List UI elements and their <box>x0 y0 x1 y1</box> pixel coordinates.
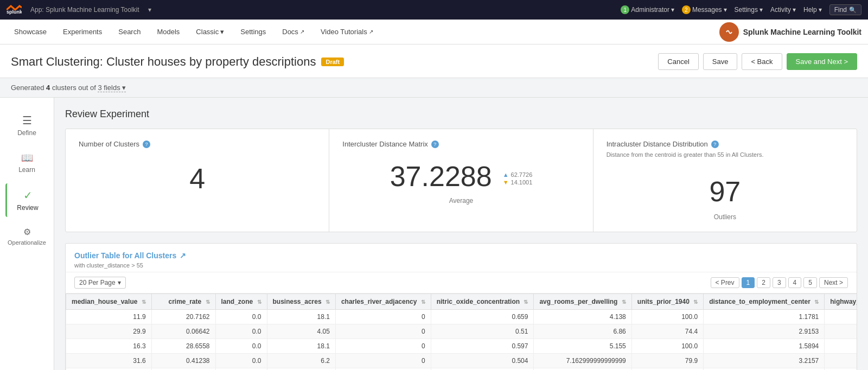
intercluster-info-icon[interactable]: ? <box>431 141 439 148</box>
settings-chevron: ▾ <box>760 6 763 14</box>
help-label: Help <box>803 6 817 14</box>
nav-docs[interactable]: Docs ↗ <box>275 23 312 40</box>
back-button[interactable]: < Back <box>742 53 782 70</box>
table-cell: 0 <box>335 324 431 339</box>
sidebar: ☰ Define 📖 Learn ✓ Review ⚙ Operationali… <box>0 98 54 370</box>
col-median-house-value[interactable]: median_house_value ⇅ <box>66 294 152 310</box>
clusters-info-icon[interactable]: ? <box>143 141 150 148</box>
svg-text:splunk: splunk <box>7 9 22 15</box>
table-cell: 3.2157 <box>704 354 825 368</box>
table-cell: 7.162999999999999 <box>534 354 631 368</box>
outlier-external-icon[interactable]: ↗ <box>180 251 186 260</box>
messages-menu[interactable]: 2 Messages ▾ <box>682 5 727 14</box>
help-chevron: ▾ <box>819 6 822 14</box>
table-cell: 74.4 <box>631 324 703 339</box>
table-cell: 0.597 <box>431 339 534 354</box>
nav-settings[interactable]: Settings <box>233 23 273 40</box>
nav-video-tutorials[interactable]: Video Tutorials ↗ <box>313 23 381 40</box>
sidebar-item-define[interactable]: ☰ Define <box>5 109 49 142</box>
help-menu[interactable]: Help ▾ <box>803 6 822 14</box>
outlier-table: median_house_value ⇅ crime_rate ⇅ land_z… <box>66 294 857 370</box>
intracluster-info-icon[interactable]: ? <box>711 141 719 148</box>
save-next-button[interactable]: Save and Next > <box>787 53 857 70</box>
messages-badge: 2 <box>682 5 691 14</box>
sec-nav-right: Splunk Machine Learning Toolkit <box>719 22 861 42</box>
col-avg-rooms[interactable]: avg_rooms_per_dwelling ⇅ <box>534 294 631 310</box>
table-cell: 11.9 <box>66 310 152 324</box>
splunk-logo[interactable]: splunk <box>7 5 22 15</box>
cancel-button[interactable]: Cancel <box>658 53 698 70</box>
nav-models[interactable]: Models <box>149 23 187 40</box>
next-page-button[interactable]: Next > <box>819 277 848 288</box>
page-2-button[interactable]: 2 <box>757 277 770 288</box>
find-input-wrapper[interactable]: Find 🔍 <box>829 4 861 15</box>
settings-menu[interactable]: Settings ▾ <box>735 6 763 14</box>
page-5-button[interactable]: 5 <box>803 277 817 288</box>
table-cell: 18.1 <box>267 310 335 324</box>
col-business-acres[interactable]: business_acres ⇅ <box>267 294 335 310</box>
outlier-title-row[interactable]: Outlier Table for All Clusters ↗ <box>74 251 848 260</box>
table-cell: 25.0461 <box>151 368 215 371</box>
sidebar-item-learn[interactable]: 📖 Learn <box>5 146 49 179</box>
sec-nav-items: Showcase Experiments Search Models Class… <box>7 23 381 40</box>
settings-label: Settings <box>735 6 758 14</box>
clusters-value: 4 <box>79 151 316 200</box>
page-1-button[interactable]: 1 <box>742 277 755 288</box>
sidebar-item-review[interactable]: ✓ Review <box>5 183 49 217</box>
col-units-prior[interactable]: units_prior_1940 ⇅ <box>631 294 703 310</box>
table-cell: 8 <box>825 354 857 368</box>
nav-classic[interactable]: Classic ▾ <box>188 23 232 40</box>
outlier-section: Outlier Table for All Clusters ↗ with cl… <box>65 243 857 370</box>
fields-chevron-icon: ▾ <box>122 84 126 92</box>
top-navigation-bar: splunk App: Splunk Machine Learning Tool… <box>0 0 868 20</box>
table-cell: 6.2 <box>267 354 335 368</box>
col-charles-river[interactable]: charles_river_adjacency ⇅ <box>335 294 431 310</box>
intercluster-card-title: Intercluster Distance Matrix ? <box>342 140 579 148</box>
activity-menu[interactable]: Activity ▾ <box>770 6 796 14</box>
page-header: Smart Clustering: Cluster houses by prop… <box>0 44 868 78</box>
nav-search[interactable]: Search <box>111 23 148 40</box>
outlier-subtitle: with cluster_distance > 55 <box>74 262 848 269</box>
table-row: 16.328.65580.018.100.5975.155100.01.5894… <box>66 339 857 354</box>
table-cell: 0 <box>335 354 431 368</box>
sidebar-item-operationalize[interactable]: ⚙ Operationalize <box>5 221 49 251</box>
col-nitric-oxide[interactable]: nitric_oxide_concentration ⇅ <box>431 294 534 310</box>
clusters-card: Number of Clusters ? 4 <box>66 129 329 232</box>
nav-experiments[interactable]: Experiments <box>55 23 110 40</box>
page-title-area: Smart Clustering: Cluster houses by prop… <box>11 55 344 69</box>
table-cell: 0 <box>335 339 431 354</box>
table-cell: 24 <box>825 339 857 354</box>
col-highway-index[interactable]: highway_accessibility_index ⇅ <box>825 294 857 310</box>
fields-link[interactable]: 3 fields ▾ <box>98 84 126 92</box>
app-dropdown-icon[interactable]: ▾ <box>148 6 151 14</box>
prev-page-button[interactable]: < Prev <box>711 277 739 288</box>
col-crime-rate[interactable]: crime_rate ⇅ <box>151 294 215 310</box>
save-button[interactable]: Save <box>703 53 738 70</box>
table-cell: 4.138 <box>534 310 631 324</box>
intercluster-sub: ▲ 62.7726 ▼ 14.1001 <box>503 171 533 186</box>
brand-label: Splunk Machine Learning Toolkit <box>743 28 861 36</box>
admin-label: Administrator <box>631 6 669 14</box>
draft-badge: Draft <box>321 58 344 66</box>
col-distance-employment[interactable]: distance_to_employment_center ⇅ <box>704 294 825 310</box>
page-4-button[interactable]: 4 <box>788 277 802 288</box>
intercluster-card: Intercluster Distance Matrix ? 37.2288 ▲… <box>329 129 593 232</box>
admin-menu[interactable]: 1 Administrator ▾ <box>621 5 674 14</box>
col-land-zone[interactable]: land_zone ⇅ <box>215 294 267 310</box>
per-page-button[interactable]: 20 Per Page ▾ <box>74 277 126 289</box>
intracluster-value: 97 <box>607 164 844 213</box>
table-cell: 18.1 <box>267 368 335 371</box>
nav-showcase[interactable]: Showcase <box>7 23 54 40</box>
table-cell: 5.6 <box>66 368 152 371</box>
clusters-card-title: Number of Clusters ? <box>79 140 316 148</box>
table-cell: 1.1781 <box>704 310 825 324</box>
table-row: 29.90.066420.04.0500.516.8674.42.91535 <box>66 324 857 339</box>
table-cell: 29.9 <box>66 324 152 339</box>
page-3-button[interactable]: 3 <box>773 277 786 288</box>
admin-badge: 1 <box>621 5 629 14</box>
sidebar-label-operationalize: Operationalize <box>8 239 46 246</box>
table-container: median_house_value ⇅ crime_rate ⇅ land_z… <box>66 294 857 370</box>
table-controls: 20 Per Page ▾ < Prev 1 2 3 4 5 Next > <box>66 272 857 294</box>
table-cell: 31.6 <box>66 354 152 368</box>
search-icon: 🔍 <box>849 7 857 14</box>
